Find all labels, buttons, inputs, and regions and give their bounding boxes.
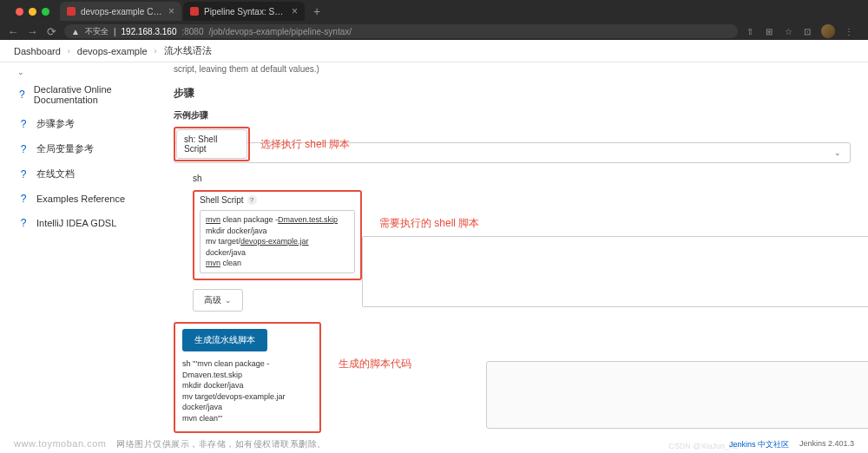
maximize-window-icon[interactable]: [42, 8, 49, 16]
share-icon[interactable]: ⇧: [745, 26, 755, 36]
security-warning-icon: ▲: [71, 27, 80, 36]
breadcrumb: Dashboard › devops-example › 流水线语法: [0, 40, 868, 62]
url-host: 192.168.3.160: [122, 27, 177, 36]
help-icon: ?: [17, 193, 30, 205]
profile-avatar[interactable]: [821, 24, 835, 38]
advanced-button[interactable]: 高级 ⌄: [193, 289, 243, 312]
sidebar-item-gdsl[interactable]: ? IntelliJ IDEA GDSL: [14, 211, 149, 235]
shell-script-label: Shell Script ?: [200, 195, 355, 205]
sidebar-item-online-docs[interactable]: ? 在线文档: [14, 161, 149, 187]
select-value: sh: Shell Script: [184, 135, 240, 154]
shell-script-input[interactable]: mvn clean package -Dmaven.test.skipmkdir…: [200, 210, 355, 273]
sidebar-item-examples[interactable]: ? Examples Reference: [14, 187, 149, 211]
new-tab-button[interactable]: +: [306, 4, 327, 18]
sidebar-item-label: 步骤参考: [36, 117, 75, 130]
help-icon[interactable]: ?: [247, 195, 257, 205]
annotation-highlight: 生成流水线脚本 sh '''mvn clean package -Dmaven.…: [174, 322, 321, 433]
chevron-down-icon[interactable]: ⌄: [14, 66, 149, 78]
help-icon: ?: [17, 118, 30, 130]
sidebar-item-label: Declarative Online Documentation: [34, 84, 146, 105]
tab-title: Pipeline Syntax: Snippet Gene: [204, 7, 286, 16]
help-icon: ?: [17, 143, 30, 155]
breadcrumb-item[interactable]: Dashboard: [14, 46, 61, 56]
chevron-down-icon: ⌄: [225, 296, 232, 305]
sidebar-item-docs[interactable]: ? Declarative Online Documentation: [14, 78, 149, 111]
annotation-highlight: Shell Script ? mvn clean package -Dmaven…: [193, 190, 362, 280]
csdn-watermark: CSDN @XiaJun_he: [668, 442, 738, 450]
sh-label: sh: [193, 174, 854, 183]
generated-script-output: sh '''mvn clean package -Dmaven.test.ski…: [182, 358, 312, 424]
browser-tab[interactable]: devops-example Config [Jenk ×: [60, 2, 181, 21]
generate-script-button[interactable]: 生成流水线脚本: [182, 329, 267, 351]
bookmark-icon[interactable]: ☆: [783, 26, 793, 36]
window-controls[interactable]: [7, 8, 58, 16]
annotation-highlight: sh: Shell Script: [174, 127, 250, 161]
hint-text: script, leaving them at default values.): [174, 64, 854, 74]
browser-tab[interactable]: Pipeline Syntax: Snippet Gene ×: [183, 2, 305, 21]
extension-icon[interactable]: ⊞: [764, 26, 774, 36]
sidebar-item-label: 全局变量参考: [36, 142, 94, 155]
security-warning: 不安全: [85, 26, 108, 37]
help-icon: ?: [17, 217, 30, 229]
annotation-text: 生成的脚本代码: [339, 357, 411, 371]
watermark: www.toymoban.com 网络图片仅供展示，非存储，如有侵权请联系删除。: [14, 438, 326, 450]
close-tab-icon[interactable]: ×: [292, 6, 298, 16]
breadcrumb-item[interactable]: devops-example: [77, 46, 148, 56]
sidebar-item-label: IntelliJ IDEA GDSL: [36, 218, 116, 228]
address-bar[interactable]: ▲ 不安全 | 192.168.3.160:8080/job/devops-ex…: [64, 24, 738, 38]
help-icon: ?: [17, 89, 27, 101]
jenkins-community-link[interactable]: Jenkins 中文社区: [729, 439, 789, 450]
extensions-icon[interactable]: ⊡: [802, 26, 812, 36]
section-title-step: 步骤: [174, 86, 854, 101]
minimize-window-icon[interactable]: [29, 8, 36, 16]
jenkins-version: Jenkins 2.401.3: [799, 439, 854, 450]
url-port: :8080: [181, 27, 203, 36]
forward-button[interactable]: →: [26, 25, 38, 38]
annotation-text: 需要执行的 shell 脚本: [379, 216, 479, 231]
back-button[interactable]: ←: [7, 25, 19, 38]
sidebar-item-steps[interactable]: ? 步骤参考: [14, 111, 149, 136]
tab-title: devops-example Config [Jenk: [81, 7, 163, 16]
example-step-label: 示例步骤: [174, 109, 854, 121]
jenkins-favicon-icon: [190, 7, 199, 16]
sidebar-item-label: Examples Reference: [36, 194, 125, 204]
sidebar-item-label: 在线文档: [36, 167, 75, 181]
close-window-icon[interactable]: [16, 8, 23, 16]
annotation-text: 选择执行 shell 脚本: [260, 137, 350, 152]
url-path: /job/devops-example/pipeline-syntax/: [209, 27, 352, 36]
jenkins-footer: Jenkins 中文社区 Jenkins 2.401.3: [729, 439, 854, 450]
sidebar: ⌄ ? Declarative Online Documentation ? 步…: [0, 62, 156, 437]
advanced-label: 高级: [204, 294, 221, 306]
breadcrumb-item[interactable]: 流水线语法: [164, 44, 212, 57]
help-icon: ?: [17, 168, 30, 181]
chevron-right-icon: ›: [155, 47, 157, 56]
menu-icon[interactable]: ⋮: [844, 26, 854, 36]
close-tab-icon[interactable]: ×: [168, 6, 174, 16]
chevron-right-icon: ›: [68, 47, 70, 56]
reload-button[interactable]: ⟳: [45, 25, 57, 38]
step-select[interactable]: sh: Shell Script: [176, 129, 247, 159]
jenkins-favicon-icon: [67, 7, 76, 16]
sidebar-item-globals[interactable]: ? 全局变量参考: [14, 136, 149, 161]
